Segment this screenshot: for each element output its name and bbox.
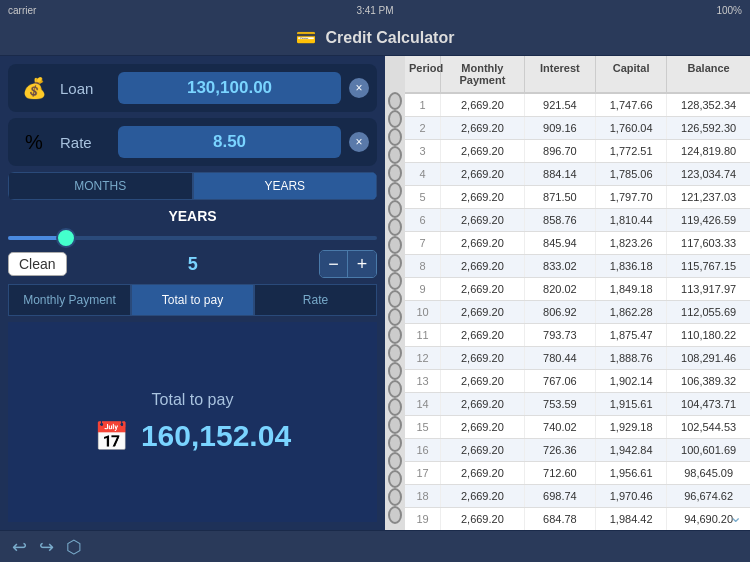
table-row: 4 2,669.20 884.14 1,785.06 123,034.74 xyxy=(405,163,750,186)
share-button[interactable]: ⬡ xyxy=(66,536,82,558)
rate-clear-button[interactable]: × xyxy=(349,132,369,152)
years-stepper: − + xyxy=(319,250,377,278)
stepper-plus-button[interactable]: + xyxy=(348,251,376,277)
status-time: 3:41 PM xyxy=(356,5,393,16)
spiral-ring xyxy=(388,218,402,236)
table-row: 17 2,669.20 712.60 1,956.61 98,645.09 xyxy=(405,462,750,485)
cell-interest: 845.94 xyxy=(525,232,596,254)
table-row: 10 2,669.20 806.92 1,862.28 112,055.69 xyxy=(405,301,750,324)
slider-thumb[interactable] xyxy=(56,228,76,248)
app-title: Credit Calculator xyxy=(326,29,455,47)
amortization-table-wrapper[interactable]: Period Monthly Payment Interest Capital … xyxy=(405,56,750,530)
loan-row: 💰 Loan 130,100.00 × xyxy=(8,64,377,112)
table-row: 8 2,669.20 833.02 1,836.18 115,767.15 xyxy=(405,255,750,278)
spiral-binding xyxy=(385,56,405,530)
clean-button[interactable]: Clean xyxy=(8,252,67,276)
cell-balance: 106,389.32 xyxy=(667,370,750,392)
table-row: 6 2,669.20 858.76 1,810.44 119,426.59 xyxy=(405,209,750,232)
years-slider-row xyxy=(8,232,377,244)
spiral-ring xyxy=(388,398,402,416)
cell-period: 7 xyxy=(405,232,441,254)
cell-monthly: 2,669.20 xyxy=(441,462,525,484)
cell-period: 18 xyxy=(405,485,441,507)
result-calendar-icon: 📅 xyxy=(94,420,129,453)
years-slider-track[interactable] xyxy=(8,236,377,240)
tab-monthly-payment[interactable]: Monthly Payment xyxy=(8,284,131,316)
cell-period: 13 xyxy=(405,370,441,392)
cell-interest: 753.59 xyxy=(525,393,596,415)
spiral-ring xyxy=(388,470,402,488)
cell-capital: 1,915.61 xyxy=(596,393,667,415)
table-row: 9 2,669.20 820.02 1,849.18 113,917.97 xyxy=(405,278,750,301)
table-row: 14 2,669.20 753.59 1,915.61 104,473.71 xyxy=(405,393,750,416)
cell-capital: 1,942.84 xyxy=(596,439,667,461)
undo-button[interactable]: ↩ xyxy=(12,536,27,558)
spiral-ring xyxy=(388,200,402,218)
cell-monthly: 2,669.20 xyxy=(441,324,525,346)
table-row: 12 2,669.20 780.44 1,888.76 108,291.46 xyxy=(405,347,750,370)
table-row: 3 2,669.20 896.70 1,772.51 124,819.80 xyxy=(405,140,750,163)
cell-monthly: 2,669.20 xyxy=(441,347,525,369)
cell-period: 16 xyxy=(405,439,441,461)
tab-rate[interactable]: Rate xyxy=(254,284,377,316)
cell-monthly: 2,669.20 xyxy=(441,209,525,231)
cell-monthly: 2,669.20 xyxy=(441,508,525,530)
cell-interest: 833.02 xyxy=(525,255,596,277)
result-tabs: Monthly Payment Total to pay Rate xyxy=(8,284,377,316)
cell-capital: 1,797.70 xyxy=(596,186,667,208)
cell-balance: 96,674.62 xyxy=(667,485,750,507)
spiral-ring xyxy=(388,506,402,524)
col-header-period: Period xyxy=(405,56,441,92)
period-tabs: MONTHS YEARS xyxy=(8,172,377,200)
table-row: 19 2,669.20 684.78 1,984.42 94,690.20 xyxy=(405,508,750,530)
cell-capital: 1,970.46 xyxy=(596,485,667,507)
tab-months[interactable]: MONTHS xyxy=(8,172,193,200)
table-row: 18 2,669.20 698.74 1,970.46 96,674.62 xyxy=(405,485,750,508)
cell-balance: 115,767.15 xyxy=(667,255,750,277)
result-value: 160,152.04 xyxy=(141,419,291,453)
tab-years[interactable]: YEARS xyxy=(193,172,378,200)
spiral-ring xyxy=(388,488,402,506)
cell-period: 11 xyxy=(405,324,441,346)
loan-icon: 💰 xyxy=(16,70,52,106)
cell-interest: 896.70 xyxy=(525,140,596,162)
cell-balance: 100,601.69 xyxy=(667,439,750,461)
cell-period: 9 xyxy=(405,278,441,300)
spiral-ring xyxy=(388,272,402,290)
cell-monthly: 2,669.20 xyxy=(441,370,525,392)
spiral-ring xyxy=(388,254,402,272)
spiral-ring xyxy=(388,326,402,344)
app-icon: 💳 xyxy=(296,28,320,48)
cell-interest: 726.36 xyxy=(525,439,596,461)
cell-period: 5 xyxy=(405,186,441,208)
cell-balance: 113,917.97 xyxy=(667,278,750,300)
cell-monthly: 2,669.20 xyxy=(441,163,525,185)
chevron-down-icon[interactable]: ⌄ xyxy=(729,507,742,526)
stepper-minus-button[interactable]: − xyxy=(320,251,348,277)
cell-interest: 909.16 xyxy=(525,117,596,139)
cell-balance: 121,237.03 xyxy=(667,186,750,208)
rate-value[interactable]: 8.50 xyxy=(118,126,341,158)
tab-total-to-pay[interactable]: Total to pay xyxy=(131,284,254,316)
cell-balance: 128,352.34 xyxy=(667,94,750,116)
cell-capital: 1,747.66 xyxy=(596,94,667,116)
loan-clear-button[interactable]: × xyxy=(349,78,369,98)
spiral-ring xyxy=(388,308,402,326)
spiral-ring xyxy=(388,164,402,182)
cell-interest: 793.73 xyxy=(525,324,596,346)
cell-period: 2 xyxy=(405,117,441,139)
cell-capital: 1,849.18 xyxy=(596,278,667,300)
spiral-ring xyxy=(388,146,402,164)
loan-value[interactable]: 130,100.00 xyxy=(118,72,341,104)
cell-balance: 126,592.30 xyxy=(667,117,750,139)
result-area: Total to pay 📅 160,152.04 xyxy=(8,322,377,522)
col-header-balance: Balance xyxy=(667,56,750,92)
cell-period: 17 xyxy=(405,462,441,484)
result-row: 📅 160,152.04 xyxy=(94,419,291,453)
redo-button[interactable]: ↪ xyxy=(39,536,54,558)
cell-monthly: 2,669.20 xyxy=(441,255,525,277)
right-panel: Period Monthly Payment Interest Capital … xyxy=(385,56,750,530)
cell-monthly: 2,669.20 xyxy=(441,140,525,162)
cell-balance: 104,473.71 xyxy=(667,393,750,415)
table-row: 1 2,669.20 921.54 1,747.66 128,352.34 xyxy=(405,94,750,117)
